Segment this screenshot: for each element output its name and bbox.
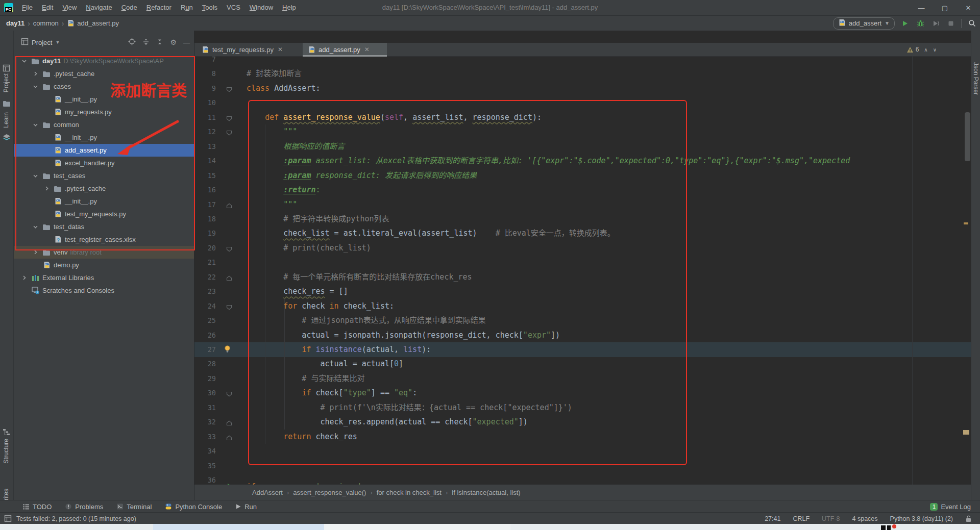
tool-window-button-terminal[interactable]: Terminal [116, 503, 152, 511]
sidebar-item-structure[interactable]: Structure [3, 439, 10, 464]
sidebar-item-learn[interactable]: Learn [3, 112, 10, 128]
line-number[interactable]: 18 [194, 212, 216, 226]
line-number[interactable]: 15 [194, 168, 216, 183]
chevron-right-icon[interactable] [42, 185, 51, 193]
code-breadcrumb-item[interactable]: AddAssert [252, 489, 283, 496]
tool-window-button-run[interactable]: Run [235, 503, 257, 511]
line-number[interactable]: 21 [194, 255, 216, 270]
tree-row-day11[interactable]: day11D:\SkyWorkSpace\WorkSpace\AP [14, 55, 194, 67]
status-widget[interactable]: Python 3.8 (day11) (2) [890, 515, 953, 522]
project-view-select[interactable]: Project ▼ [21, 38, 60, 47]
tab-add_assert.py[interactable]: add_assert.py✕ [303, 43, 387, 56]
expand-all-button[interactable] [142, 38, 150, 47]
next-warning-button[interactable]: ∨ [933, 47, 937, 53]
breadcrumb-item[interactable]: add_assert.py [77, 19, 119, 27]
run-configuration-select[interactable]: add_assert ▼ [833, 17, 895, 30]
close-button[interactable]: ✕ [957, 0, 980, 15]
menu-help[interactable]: Help [278, 0, 301, 15]
fold-marker-icon[interactable] [226, 201, 232, 211]
search-everywhere-button[interactable] [967, 18, 977, 29]
gear-icon[interactable]: ⚙ [170, 38, 177, 46]
tree-row-add_assert.py[interactable]: add_assert.py [14, 144, 194, 157]
tree-row-demo.py[interactable]: demo.py [14, 259, 194, 271]
menu-window[interactable]: Window [245, 0, 278, 15]
code-editor[interactable]: 78# 封装添加断言9class AddAssert:1011 def asse… [194, 56, 971, 485]
hide-panel-button[interactable]: — [183, 39, 190, 46]
menu-vcs[interactable]: VCS [222, 0, 245, 15]
fold-marker-icon[interactable] [226, 274, 232, 283]
tree-row-venv[interactable]: venvlibrary root [14, 246, 194, 259]
code-breadcrumb-item[interactable]: assert_response_value() [293, 489, 366, 496]
line-number[interactable]: 35 [194, 459, 216, 473]
inspection-widget[interactable]: 6 ∧ ∨ [906, 46, 937, 53]
fold-marker-icon[interactable] [226, 114, 232, 123]
menu-run[interactable]: Run [176, 0, 198, 15]
maximize-button[interactable]: ▢ [933, 0, 957, 15]
line-number[interactable]: 19 [194, 226, 216, 241]
fold-marker-icon[interactable] [226, 129, 232, 138]
line-number[interactable]: 32 [194, 415, 216, 430]
line-number[interactable]: 14 [194, 154, 216, 168]
stop-button[interactable] [946, 18, 956, 29]
tree-row-test_my_requests.py[interactable]: test_my_requests.py [14, 208, 194, 220]
line-number[interactable]: 9 [194, 81, 216, 96]
tree-row-.pytest_cache[interactable]: .pytest_cache [14, 182, 194, 195]
line-number[interactable]: 20 [194, 241, 216, 256]
line-number[interactable]: 27 [194, 342, 216, 357]
line-number[interactable]: 31 [194, 400, 216, 415]
prev-warning-button[interactable]: ∧ [924, 47, 927, 53]
menu-navigate[interactable]: Navigate [81, 0, 116, 15]
status-widget[interactable]: CRLF [793, 515, 810, 522]
tree-row-common[interactable]: common [14, 118, 194, 131]
fold-marker-icon[interactable] [226, 85, 232, 94]
tree-row-excel_handler.py[interactable]: excel_handler.py [14, 157, 194, 169]
sidebar-item-project[interactable]: Project [3, 73, 10, 92]
select-opened-file-button[interactable] [128, 38, 136, 47]
tree-row-test_register_cases.xlsx[interactable]: ?test_register_cases.xlsx [14, 233, 194, 246]
line-number[interactable]: 22 [194, 270, 216, 285]
line-number[interactable]: 28 [194, 357, 216, 371]
tree-row-Scratches-and-Consoles[interactable]: Scratches and Consoles [14, 284, 194, 297]
line-number[interactable]: 17 [194, 197, 216, 212]
menu-refactor[interactable]: Refactor [142, 0, 176, 15]
tree-row-__init__.py[interactable]: __init__.py [14, 195, 194, 208]
close-icon[interactable]: ✕ [364, 46, 370, 53]
breadcrumb-item[interactable]: day11 [6, 19, 24, 27]
tool-window-button-python-console[interactable]: Python Console [165, 503, 222, 511]
status-widget[interactable]: UTF-8 [822, 515, 840, 522]
tree-row-test_cases[interactable]: test_cases [14, 169, 194, 182]
chevron-right-icon[interactable] [31, 248, 39, 257]
code-breadcrumb-item[interactable]: for check in check_list [377, 489, 442, 496]
tab-test_my_requests.py[interactable]: test_my_requests.py✕ [197, 43, 302, 56]
menu-edit[interactable]: Edit [37, 0, 58, 15]
menu-view[interactable]: View [58, 0, 81, 15]
sidebar-item-json-parser[interactable]: Json Parser [972, 62, 979, 95]
event-log-button[interactable]: 1 Event Log [930, 503, 971, 511]
chevron-down-icon[interactable] [20, 57, 28, 65]
lock-icon[interactable] [965, 515, 972, 522]
line-number[interactable]: 8 [194, 66, 216, 81]
debug-button[interactable] [915, 18, 925, 29]
line-number[interactable]: 34 [194, 444, 216, 459]
close-icon[interactable]: ✕ [278, 46, 283, 53]
fold-marker-icon[interactable] [226, 245, 232, 254]
breadcrumb-item[interactable]: common [33, 19, 59, 27]
tool-window-switcher-icon[interactable] [4, 515, 12, 523]
chevron-down-icon[interactable] [31, 223, 39, 231]
line-number[interactable]: 26 [194, 328, 216, 343]
fold-marker-icon[interactable] [226, 434, 232, 443]
tool-window-button-problems[interactable]: Problems [65, 503, 103, 511]
line-number[interactable]: 23 [194, 284, 216, 299]
menu-tools[interactable]: Tools [198, 0, 222, 15]
chevron-down-icon[interactable] [31, 172, 39, 180]
intention-bulb-icon[interactable] [224, 345, 231, 355]
run-with-coverage-button[interactable] [930, 18, 941, 29]
line-number[interactable]: 7 [194, 56, 216, 67]
line-number[interactable]: 16 [194, 183, 216, 197]
line-number[interactable]: 29 [194, 371, 216, 386]
line-number[interactable]: 33 [194, 430, 216, 444]
chevron-down-icon[interactable] [31, 83, 39, 91]
chevron-right-icon[interactable] [20, 274, 28, 282]
fold-marker-icon[interactable] [226, 390, 232, 399]
status-widget[interactable]: 4 spaces [852, 515, 878, 522]
